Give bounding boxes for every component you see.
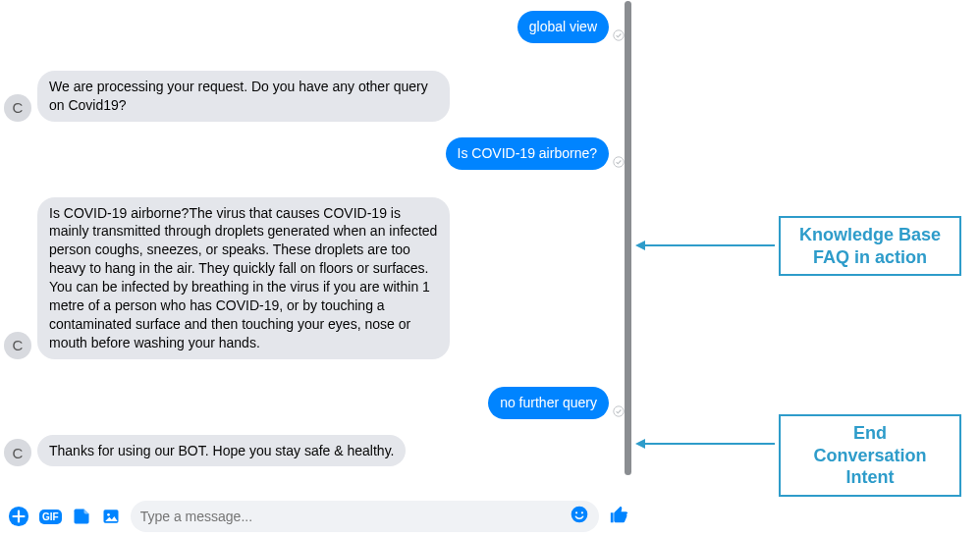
annotation-end-intent: End Conversation Intent (779, 414, 961, 497)
message-composer: GIF (0, 496, 638, 537)
message-bubble: Thanks for using our BOT. Hope you stay … (37, 435, 406, 467)
gif-button[interactable]: GIF (39, 510, 62, 524)
message-input[interactable] (140, 509, 570, 524)
message-row-outgoing: global view (4, 11, 626, 43)
message-input-wrap (131, 501, 599, 532)
image-button-icon[interactable] (101, 507, 121, 526)
message-row-outgoing: Is COVID-19 airborne? (4, 137, 626, 170)
annotation-kb-faq: Knowledge Base FAQ in action (779, 216, 961, 276)
avatar: C (4, 94, 31, 122)
sticker-button-icon[interactable] (72, 507, 91, 526)
scrollbar[interactable] (625, 0, 631, 496)
add-button-icon[interactable] (8, 506, 29, 527)
emoji-button-icon[interactable] (570, 505, 589, 529)
message-bubble: no further query (488, 387, 609, 419)
annotation-arrow (643, 443, 775, 445)
gif-icon: GIF (39, 510, 62, 524)
message-row-incoming: C Thanks for using our BOT. Hope you sta… (4, 435, 626, 467)
message-row-outgoing: no further query (4, 387, 626, 419)
message-bubble: We are processing your request. Do you h… (37, 71, 450, 122)
avatar: C (4, 439, 31, 466)
message-row-incoming: C We are processing your request. Do you… (4, 71, 626, 122)
annotation-arrow (643, 244, 775, 246)
message-bubble: Is COVID-19 airborne? (446, 137, 609, 170)
svg-point-7 (575, 511, 577, 513)
like-button-icon[interactable] (609, 504, 630, 529)
chat-window: global view C We are processing your req… (0, 0, 638, 537)
svg-point-2 (614, 405, 624, 415)
message-bubble: Is COVID-19 airborne?The virus that caus… (37, 197, 450, 359)
svg-point-8 (581, 511, 583, 513)
scrollbar-thumb[interactable] (625, 1, 631, 475)
message-bubble: global view (517, 11, 609, 43)
message-row-incoming: C Is COVID-19 airborne?The virus that ca… (4, 197, 626, 359)
avatar: C (4, 332, 31, 359)
message-list: global view C We are processing your req… (0, 0, 638, 496)
svg-point-6 (572, 506, 588, 522)
svg-point-1 (614, 156, 624, 166)
svg-point-5 (107, 513, 110, 516)
svg-point-0 (614, 30, 624, 40)
